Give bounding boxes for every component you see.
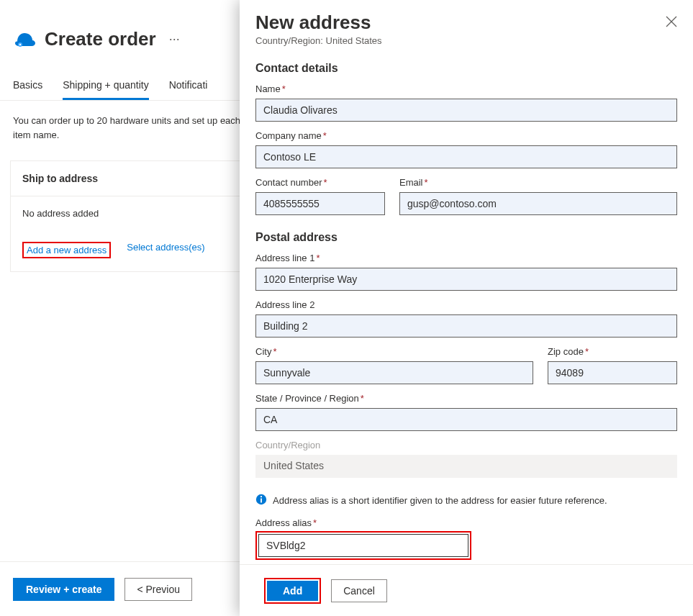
panel-footer: Add Cancel <box>240 564 693 616</box>
section-postal-address: Postal address <box>255 231 677 244</box>
info-icon <box>255 494 267 507</box>
required-mark: * <box>423 177 428 188</box>
cancel-button[interactable]: Cancel <box>331 579 387 602</box>
add-new-address-link[interactable]: Add a new address <box>27 245 107 255</box>
new-address-panel: New address Country/Region: United State… <box>240 0 693 616</box>
alias-field[interactable] <box>258 534 468 557</box>
label-name-text: Name <box>255 83 281 94</box>
label-name: Name* <box>255 83 677 94</box>
page-title: Create order <box>45 28 156 50</box>
address-line-1-field[interactable] <box>255 268 677 291</box>
svg-rect-5 <box>261 499 262 503</box>
label-addr2: Address line 2 <box>255 299 677 310</box>
zip-field[interactable] <box>548 361 677 384</box>
label-company: Company name* <box>255 130 677 141</box>
country-field: United States <box>255 455 677 478</box>
svg-point-1 <box>19 44 21 45</box>
close-icon[interactable] <box>666 16 677 27</box>
label-email: Email* <box>399 177 677 188</box>
email-field[interactable] <box>399 192 677 215</box>
tab-notifications[interactable]: Notificati <box>169 79 208 100</box>
label-contact-number: Contact number* <box>255 177 385 188</box>
required-mark: * <box>584 346 589 357</box>
add-new-address-highlight: Add a new address <box>22 242 111 258</box>
panel-title: New address <box>255 12 382 34</box>
required-mark: * <box>271 346 276 357</box>
address-line-2-field[interactable] <box>255 314 677 338</box>
add-button-highlight: Add <box>264 578 321 604</box>
select-addresses-link[interactable]: Select address(es) <box>127 242 204 258</box>
panel-subtitle: Country/Region: United States <box>255 35 382 46</box>
required-mark: * <box>312 517 317 528</box>
svg-point-6 <box>261 496 262 497</box>
required-mark: * <box>314 253 320 263</box>
alias-field-highlight <box>255 531 471 560</box>
contact-number-field[interactable] <box>255 192 385 215</box>
state-field[interactable] <box>255 408 677 431</box>
city-field[interactable] <box>255 361 533 384</box>
label-zip-text: Zip code <box>548 346 584 357</box>
previous-button[interactable]: < Previou <box>124 578 192 601</box>
tab-shipping-quantity[interactable]: Shipping + quantity <box>63 79 148 100</box>
review-create-button[interactable]: Review + create <box>13 578 114 601</box>
label-state: State / Province / Region* <box>255 393 677 404</box>
label-city-text: City <box>255 346 271 357</box>
name-field[interactable] <box>255 99 677 122</box>
required-mark: * <box>322 177 327 188</box>
alias-info-text: Address alias is a short identifier give… <box>273 495 607 506</box>
required-mark: * <box>359 393 364 404</box>
required-mark: * <box>322 130 327 141</box>
label-company-text: Company name <box>255 130 322 141</box>
azure-logo-icon <box>13 26 36 52</box>
section-contact-details: Contact details <box>255 62 677 75</box>
label-zip: Zip code* <box>548 346 677 357</box>
label-country: Country/Region <box>255 440 677 450</box>
label-alias-text: Address alias <box>255 517 312 528</box>
label-alias: Address alias* <box>255 517 677 528</box>
more-menu-button[interactable]: ··· <box>165 32 184 47</box>
label-addr1: Address line 1* <box>255 253 677 263</box>
label-state-text: State / Province / Region <box>255 393 359 404</box>
label-email-text: Email <box>399 177 423 188</box>
company-field[interactable] <box>255 145 677 168</box>
tab-basics[interactable]: Basics <box>13 79 42 100</box>
label-city: City* <box>255 346 533 357</box>
label-addr1-text: Address line 1 <box>255 253 314 263</box>
required-mark: * <box>281 83 286 94</box>
label-contact-number-text: Contact number <box>255 177 322 188</box>
add-button[interactable]: Add <box>267 581 318 601</box>
alias-info-row: Address alias is a short identifier give… <box>255 494 677 507</box>
